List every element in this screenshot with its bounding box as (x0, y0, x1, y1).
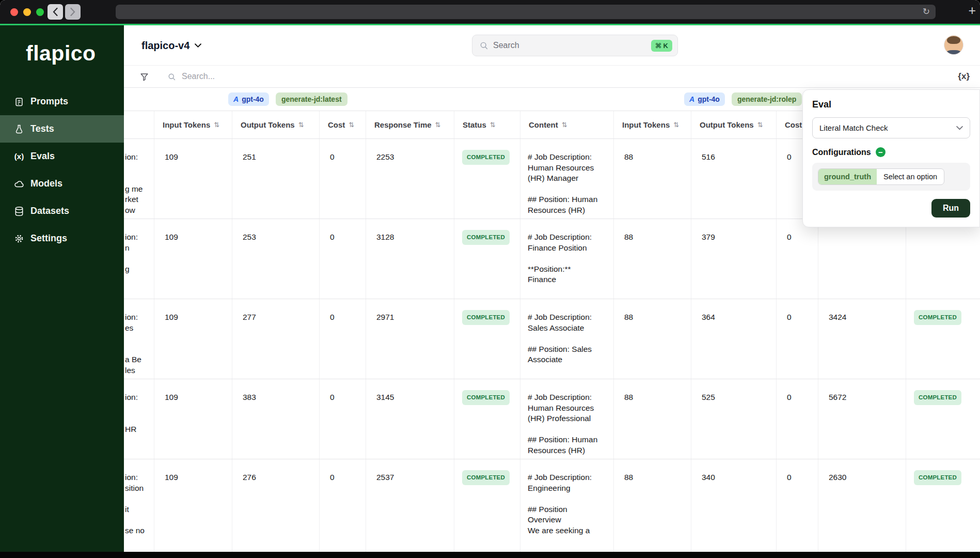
cell-output-tokens: 379 (691, 219, 777, 299)
remove-config-icon[interactable]: − (876, 147, 886, 157)
table-row[interactable]: ion: HR 109 383 0 3145 COMPLETED # Job D… (124, 379, 980, 459)
config-box: ground_truth Select an option (812, 163, 970, 191)
cell-input-tokens: 109 (154, 459, 232, 552)
database-icon (13, 206, 25, 217)
filter-icon[interactable] (139, 72, 149, 82)
cell-status: COMPLETED (454, 139, 520, 219)
sidebar-item-label: Prompts (30, 96, 68, 107)
status-badge: COMPLETED (462, 390, 510, 405)
model-name: gpt-4o (698, 95, 720, 103)
table-row[interactable]: ion: sition it se no 109 276 0 2537 COMP… (124, 459, 980, 552)
sidebar-item-models[interactable]: Models (0, 170, 124, 197)
new-tab-icon[interactable]: + (968, 3, 976, 18)
eval-select[interactable]: Literal Match Check (812, 117, 970, 138)
status-badge: COMPLETED (914, 470, 961, 485)
cell-response-time: 3128 (366, 219, 454, 299)
col-header-input-tokens[interactable]: Input Tokens⇅ (614, 111, 691, 138)
sidebar-item-evals[interactable]: (x) Evals (0, 143, 124, 170)
cell-input-tokens: 88 (614, 299, 691, 379)
sort-icon: ⇅ (757, 121, 763, 129)
braces-x-icon[interactable]: {x} (958, 71, 970, 82)
browser-window: ↻ + flapico Prompts Tests (x) Evals (0, 0, 980, 558)
configurations-text: Configurations (812, 148, 871, 157)
cell-cost: 0 (320, 379, 366, 459)
avatar[interactable] (944, 35, 963, 55)
table-row[interactable]: ion: n g 109 253 0 3128 COMPLETED # Job … (124, 219, 980, 299)
cell-input-tokens: 109 (154, 139, 232, 219)
cell-output-tokens: 277 (232, 299, 320, 379)
cell-status: COMPLETED (906, 299, 980, 379)
col-header-cost[interactable]: Cost⇅ (320, 111, 366, 138)
sidebar-item-label: Settings (30, 233, 67, 244)
cell-response-time: 3145 (366, 379, 454, 459)
refresh-icon[interactable]: ↻ (923, 6, 930, 17)
prompt-tag-pill: generate-jd:latest (276, 92, 347, 106)
table-search-input[interactable]: Search... (168, 72, 958, 81)
cell-input-tokens: 109 (154, 299, 232, 379)
window-minimize-button[interactable] (23, 8, 31, 16)
cell-status: COMPLETED (454, 459, 520, 552)
cell-input-tokens: 88 (614, 139, 691, 219)
col-label: Response Time (374, 120, 432, 129)
col-header-status[interactable]: Status⇅ (454, 111, 520, 138)
window-zoom-button[interactable] (36, 8, 44, 16)
cell-input-tokens: 88 (614, 379, 691, 459)
sort-icon: ⇅ (214, 121, 219, 129)
cell-response-time: 5672 (818, 379, 906, 459)
search-icon (480, 41, 488, 50)
project-title: flapico-v4 (141, 39, 189, 51)
window-close-button[interactable] (10, 8, 18, 16)
global-search-input[interactable]: Search ⌘ K (472, 35, 678, 56)
chevron-left-icon (53, 8, 58, 16)
cell-content: # Job Description: Human Resources (HR) … (520, 379, 614, 459)
app-logo: flapico (26, 41, 96, 66)
cell-cost: 0 (320, 459, 366, 552)
cell-status: COMPLETED (454, 219, 520, 299)
col-header-content[interactable]: Content⇅ (520, 111, 614, 138)
search-icon (168, 73, 176, 81)
keyboard-shortcut-badge: ⌘ K (651, 40, 672, 52)
cell-content: # Job Description: Sales Associate ## Po… (520, 299, 614, 379)
sidebar-item-datasets[interactable]: Datasets (0, 197, 124, 225)
col-header-empty (124, 111, 154, 138)
eval-select-value: Literal Match Check (819, 123, 888, 132)
cell-output-tokens: 276 (232, 459, 320, 552)
status-badge: COMPLETED (462, 230, 510, 245)
model-provider-icon: A (233, 95, 239, 103)
project-selector[interactable]: flapico-v4 (141, 39, 201, 51)
url-bar[interactable]: ↻ (116, 5, 936, 19)
col-label: Content (529, 120, 558, 129)
cell-cost: 0 (320, 139, 366, 219)
col-label: Input Tokens (622, 120, 670, 129)
sidebar-item-settings[interactable]: Settings (0, 225, 124, 252)
sidebar-item-tests[interactable]: Tests (0, 115, 124, 143)
cell-status: COMPLETED (454, 379, 520, 459)
browser-back-button[interactable] (48, 4, 63, 20)
model-pill: A gpt-4o (228, 92, 269, 106)
model-pill: A gpt-4o (684, 92, 725, 106)
col-header-output-tokens[interactable]: Output Tokens⇅ (691, 111, 777, 138)
cell-response-time: 3424 (818, 299, 906, 379)
model-provider-icon: A (689, 95, 694, 103)
config-value-select[interactable]: Select an option (877, 169, 944, 184)
browser-forward-button[interactable] (65, 4, 81, 20)
group-1-tags: A gpt-4o generate-jd:latest (228, 92, 347, 106)
cell-status: COMPLETED (906, 459, 980, 552)
search-placeholder: Search (493, 41, 646, 50)
sidebar-item-prompts[interactable]: Prompts (0, 88, 124, 115)
cell-content: # Job Description: Finance Position **Po… (520, 219, 614, 299)
window-bottom-bar (0, 552, 980, 558)
cell-cost: 0 (777, 219, 818, 299)
col-header-output-tokens[interactable]: Output Tokens⇅ (232, 111, 320, 138)
col-header-input-tokens[interactable]: Input Tokens⇅ (154, 111, 232, 138)
eval-panel-title: Eval (812, 99, 970, 110)
cell-output-tokens: 525 (691, 379, 777, 459)
run-button[interactable]: Run (931, 199, 970, 218)
cell-output-tokens: 340 (691, 459, 777, 552)
cell-response-time: 2971 (366, 299, 454, 379)
col-header-response-time[interactable]: Response Time⇅ (366, 111, 454, 138)
table-row[interactable]: ion: es a Be les 109 277 0 2971 COMPLETE… (124, 299, 980, 379)
cell-status: COMPLETED (906, 379, 980, 459)
config-key-badge: ground_truth (818, 169, 877, 184)
prompt-cell-fragment: ion: HR (124, 379, 154, 459)
